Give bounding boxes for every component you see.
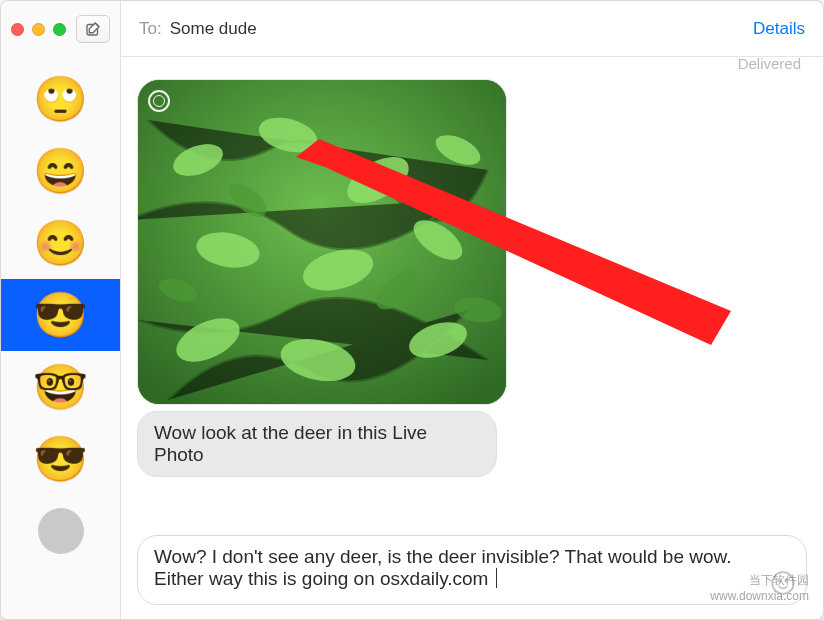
text-cursor	[496, 568, 497, 588]
live-photo-icon	[148, 90, 170, 112]
avatar-emoji: 😎	[33, 437, 88, 481]
conversation-item[interactable]: 😊	[1, 207, 120, 279]
message-thread[interactable]: Delivered	[121, 57, 823, 525]
avatar-emoji: 🤓	[33, 365, 88, 409]
composer-area: Wow? I don't see any deer, is the deer i…	[121, 525, 823, 619]
traffic-lights	[11, 23, 66, 36]
svg-point-19	[785, 580, 787, 582]
composer-text: Wow? I don't see any deer, is the deer i…	[154, 546, 732, 589]
to-label: To:	[139, 19, 162, 39]
incoming-text-bubble[interactable]: Wow look at the deer in this Live Photo	[137, 411, 497, 477]
zoom-icon[interactable]	[53, 23, 66, 36]
conversation-item[interactable]: 😎	[1, 423, 120, 495]
details-button[interactable]: Details	[753, 19, 805, 39]
incoming-image-bubble[interactable]	[137, 79, 507, 405]
avatar-emoji: 😎	[33, 293, 88, 337]
conversation-list[interactable]: 🙄 😄 😊 😎 🤓 😎	[1, 57, 120, 619]
conversation-item-selected[interactable]: 😎	[1, 279, 120, 351]
avatar-emoji: 🙄	[33, 77, 88, 121]
avatar-placeholder	[38, 508, 84, 554]
emoji-picker-icon[interactable]	[770, 570, 796, 596]
avatar-emoji: 😊	[33, 221, 88, 265]
recipient-name[interactable]: Some dude	[170, 19, 257, 39]
conversation-item[interactable]: 😄	[1, 135, 120, 207]
avatar-emoji: 😄	[33, 149, 88, 193]
window-titlebar	[1, 1, 120, 57]
svg-point-17	[772, 572, 794, 594]
message-input[interactable]: Wow? I don't see any deer, is the deer i…	[137, 535, 807, 605]
svg-point-18	[779, 580, 781, 582]
delivered-status: Delivered	[738, 57, 801, 72]
conversation-item[interactable]: 🤓	[1, 351, 120, 423]
messages-window: 🙄 😄 😊 😎 🤓 😎 To: Some dude Details Delive…	[0, 0, 824, 620]
conversation-header: To: Some dude Details	[121, 1, 823, 57]
compose-button[interactable]	[76, 15, 110, 43]
live-photo-image	[138, 80, 507, 405]
main-pane: To: Some dude Details Delivered	[121, 1, 823, 619]
conversation-sidebar: 🙄 😄 😊 😎 🤓 😎	[1, 1, 121, 619]
minimize-icon[interactable]	[32, 23, 45, 36]
conversation-item[interactable]	[1, 495, 120, 567]
conversation-item[interactable]: 🙄	[1, 63, 120, 135]
close-icon[interactable]	[11, 23, 24, 36]
incoming-text: Wow look at the deer in this Live Photo	[154, 422, 427, 465]
